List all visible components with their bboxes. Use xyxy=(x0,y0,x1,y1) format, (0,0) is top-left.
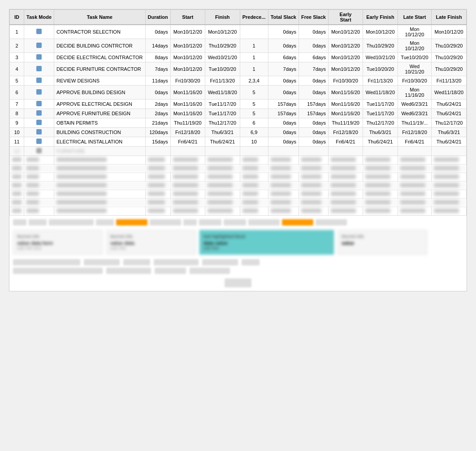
table-row: 10 BUILDING CONSTRUCTION 120days Fri12/1… xyxy=(10,128,467,137)
col-header-total-slack: Total Slack xyxy=(268,10,299,25)
blurred-cell xyxy=(398,182,431,190)
cell-early-finish: Thu6/3/21 xyxy=(363,128,398,137)
cell-duration: 0days xyxy=(145,86,170,100)
blurred-cell xyxy=(54,182,146,190)
blurred-cell xyxy=(328,156,363,165)
blurred-orange-cell xyxy=(116,219,147,226)
cell-late-finish: Thu6/24/21 xyxy=(432,137,467,147)
blurred-cell xyxy=(224,219,246,226)
cell-late-finish: Thu10/29/20 xyxy=(432,39,467,53)
blurred-cell xyxy=(170,156,205,165)
blurred-cell xyxy=(299,156,328,165)
task-mode-icon xyxy=(36,101,42,106)
info-block-2: blurred info value data sub info xyxy=(106,230,196,255)
cell-duration: 0days xyxy=(145,25,170,39)
cell-total-slack: 0days xyxy=(268,76,299,86)
cell-id: 5 xyxy=(10,76,24,86)
blurred-cell xyxy=(432,182,467,190)
blurred-cell xyxy=(205,199,240,207)
cell-task-name: APPROVE ELECTRICAL DESIGN xyxy=(54,100,146,109)
blurred-cell xyxy=(432,173,467,182)
blurred-cell xyxy=(145,199,170,207)
blurred-cell xyxy=(183,219,197,226)
task-mode-icon xyxy=(36,89,42,95)
cell-task-mode xyxy=(24,62,54,76)
blurred-cell xyxy=(398,156,431,165)
blurred-cell xyxy=(145,207,170,216)
blurred-cell xyxy=(145,190,170,199)
cell-late-start: Wed6/23/21 xyxy=(398,100,431,109)
cell-id: 3 xyxy=(10,53,24,62)
project-table-container: ID Task Mode Task Name Duration Start Fi… xyxy=(9,9,467,291)
blurred-cell xyxy=(29,219,47,226)
cell-finish: Thu12/17/20 xyxy=(205,118,240,128)
cell-free-slack: 0days xyxy=(299,137,328,147)
cell-free-slack: 0days xyxy=(299,39,328,53)
blurred-summary xyxy=(13,259,80,265)
table-row xyxy=(10,207,467,216)
cell-start xyxy=(170,147,205,156)
col-header-free-slack: Free Slack xyxy=(299,10,328,25)
blurred-cell xyxy=(299,165,328,173)
cell-total-slack: 0days xyxy=(268,86,299,100)
blurred-cell xyxy=(299,182,328,190)
blurred-cell xyxy=(240,207,268,216)
cell-predecessors: 5 xyxy=(240,86,268,100)
info-block-1: blurred info value data here sub info te… xyxy=(13,230,103,255)
blurred-cell xyxy=(205,173,240,182)
blurred-cell xyxy=(170,165,205,173)
blurred-cell xyxy=(24,156,54,165)
blurred-cell xyxy=(10,173,24,182)
blurred-cell xyxy=(54,207,146,216)
cell-late-start: Tue10/20/20 xyxy=(398,53,431,62)
blurred-cell xyxy=(432,190,467,199)
cell-id: 9 xyxy=(10,118,24,128)
blurred-cell xyxy=(199,219,221,226)
cell-task-name: DECIDE BUILDING CONTRCTOR xyxy=(54,39,146,53)
task-mode-icon xyxy=(36,78,42,83)
cell-start: Fri6/4/21 xyxy=(170,137,205,147)
cell-late-start: Wed6/23/21 xyxy=(398,109,431,118)
cell-predecessors: 2,3,4 xyxy=(240,76,268,86)
cell-late-start: Thu11/19/... xyxy=(398,118,431,128)
cell-task-mode xyxy=(24,76,54,86)
cell-early-finish: Tue11/17/20 xyxy=(363,100,398,109)
cell-late-finish: Thu10/29/20 xyxy=(432,62,467,76)
blurred-cell xyxy=(268,207,299,216)
bottom-section: blurred info value data here sub info te… xyxy=(9,216,467,291)
col-header-predecessors: Predece... xyxy=(240,10,268,25)
cell-start: Fri10/30/20 xyxy=(170,76,205,86)
cell-late-finish: Thu6/24/21 xyxy=(432,109,467,118)
task-mode-icon xyxy=(36,29,42,34)
blurred-cell xyxy=(24,182,54,190)
cell-late-finish: Thu10/29/20 xyxy=(432,53,467,62)
blurred-cell xyxy=(363,199,398,207)
task-mode-icon xyxy=(36,148,42,153)
table-row xyxy=(10,199,467,207)
summary-row-2 xyxy=(13,268,463,274)
cell-total-slack xyxy=(268,147,299,156)
cell-duration: 11days xyxy=(145,76,170,86)
cell-start: Mon11/16/20 xyxy=(170,86,205,100)
cell-late-finish: Thu6/24/21 xyxy=(432,100,467,109)
cell-early-start: Mon10/12/20 xyxy=(328,53,363,62)
cell-id: 12 xyxy=(10,147,24,156)
cell-id: 4 xyxy=(10,62,24,76)
blurred-cell xyxy=(24,165,54,173)
task-mode-icon xyxy=(36,129,42,134)
table-row: 3 DECIDE ELECTRICAL CONTRACTOR 8days Mon… xyxy=(10,53,467,62)
table-row xyxy=(10,190,467,199)
cell-late-start: Fri10/30/20 xyxy=(398,76,431,86)
cell-early-finish: Mon10/12/20 xyxy=(363,25,398,39)
cell-late-finish: Mon10/12/20 xyxy=(432,25,467,39)
cell-task-name: DECIDE ELECTRICAL CONTRACTOR xyxy=(54,53,146,62)
blurred-orange-cell xyxy=(282,219,313,226)
table-row: 11 ELECTRICAL INSTALLATION 15days Fri6/4… xyxy=(10,137,467,147)
cell-early-start: Fri6/4/21 xyxy=(328,137,363,147)
cell-task-mode xyxy=(24,100,54,109)
blurred-cell xyxy=(240,173,268,182)
blurred-summary xyxy=(155,268,186,274)
blurred-cell xyxy=(240,190,268,199)
blurred-cell xyxy=(240,182,268,190)
project-schedule-table: ID Task Mode Task Name Duration Start Fi… xyxy=(9,9,467,216)
